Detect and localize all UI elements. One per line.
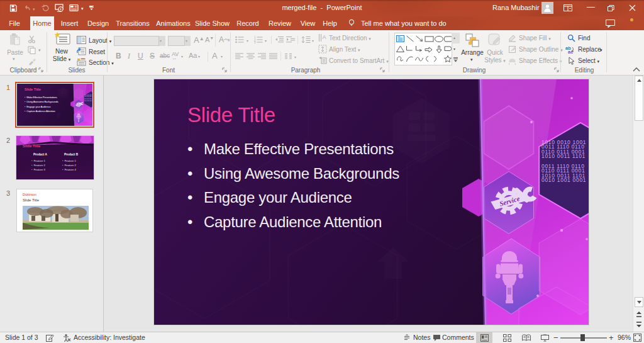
svg-text:A: A (323, 34, 326, 40)
svg-text:3: 3 (254, 41, 256, 43)
